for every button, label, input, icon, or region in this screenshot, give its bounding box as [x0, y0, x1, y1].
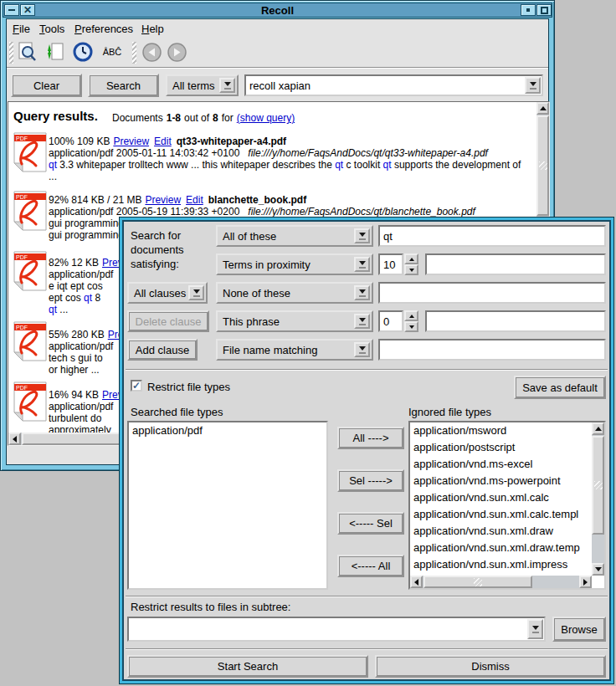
chevron-down-icon[interactable]	[354, 257, 370, 272]
spin-up-button[interactable]	[404, 253, 418, 264]
clear-button[interactable]: Clear	[11, 74, 82, 97]
arrow-left-icon	[414, 579, 418, 586]
proximity-slack-input[interactable]	[378, 253, 403, 275]
phrase-slack-input[interactable]	[378, 310, 403, 332]
chevron-down-icon[interactable]	[354, 228, 370, 243]
toolbar-handle[interactable]	[9, 42, 13, 64]
clause-value-input-5[interactable]	[378, 339, 606, 361]
chevron-down-icon[interactable]	[354, 285, 370, 300]
list-item[interactable]: application/vnd.sun.xml.impress	[410, 556, 592, 573]
dismiss-button[interactable]: Dismiss	[375, 655, 606, 678]
chevron-down-icon[interactable]	[354, 314, 370, 329]
move-selected-right-button[interactable]: Sel ----->	[337, 469, 404, 492]
ignored-vertical-scrollbar[interactable]	[592, 422, 604, 576]
ignored-file-types-label: Ignored file types	[408, 406, 491, 418]
arrow-up-icon	[409, 315, 414, 318]
result-snippet: gui programming	[49, 229, 124, 241]
clause-value-input-1[interactable]	[378, 225, 606, 247]
spin-down-button[interactable]	[404, 264, 418, 275]
menu-preferences[interactable]: Preferences	[74, 23, 133, 35]
start-search-button[interactable]: Start Search	[127, 655, 368, 678]
move-all-left-button[interactable]: <----- All	[337, 555, 404, 577]
list-item[interactable]: application/postscript	[410, 439, 592, 456]
search-button[interactable]: Search	[88, 74, 159, 97]
titlebar[interactable]: ✕ Recoll	[3, 3, 552, 18]
sort-parameters-button[interactable]	[43, 40, 66, 64]
move-all-right-button[interactable]: All ---->	[337, 427, 404, 449]
maximize-button[interactable]	[536, 4, 552, 16]
svg-text:PDF: PDF	[16, 136, 28, 141]
edit-link[interactable]: Edit	[186, 194, 203, 206]
separator	[126, 648, 608, 650]
clause-type-combo-4[interactable]: This phrase	[216, 310, 373, 332]
list-item[interactable]: application/vnd.sun.xml.calc	[410, 489, 592, 506]
back-button[interactable]	[140, 40, 163, 64]
delete-clause-button[interactable]: Delete clause	[127, 310, 209, 332]
chevron-down-icon[interactable]	[354, 342, 370, 357]
advanced-search-button[interactable]	[16, 40, 39, 64]
searched-file-types-list[interactable]: application/pdf	[127, 421, 328, 590]
list-item[interactable]: application/vnd.sun.xml.draw	[410, 523, 592, 540]
search-mode-combo[interactable]: All terms	[166, 74, 239, 96]
arrow-up-icon	[540, 106, 547, 110]
clause-type-combo-1[interactable]: All of these	[216, 225, 373, 247]
clause-value-input-4[interactable]	[425, 310, 606, 332]
results-summary: Documents1-8out of8for(show query)	[112, 112, 300, 124]
menu-file[interactable]: File	[13, 23, 30, 35]
clause-type-combo-5[interactable]: File name matching	[216, 339, 373, 361]
query-input[interactable]	[244, 74, 543, 96]
list-item[interactable]: application/vnd.sun.xml.calc.templ	[410, 506, 592, 523]
list-item[interactable]: application/vnd.ms-excel	[410, 456, 592, 473]
toolbar-divider	[7, 67, 548, 69]
clause-value-input-2[interactable]	[425, 253, 606, 275]
edit-link[interactable]: Edit	[154, 136, 172, 147]
scroll-down-button[interactable]	[592, 563, 604, 576]
scroll-left-button[interactable]	[410, 576, 423, 588]
chevron-down-icon[interactable]	[219, 78, 235, 93]
scroll-left-button[interactable]	[8, 433, 21, 445]
ignored-file-types-list[interactable]: application/mswordapplication/postscript…	[408, 421, 606, 590]
ignored-horizontal-scrollbar[interactable]	[410, 576, 592, 588]
toolbar-handle-2[interactable]	[132, 42, 136, 64]
chevron-down-icon[interactable]	[188, 285, 204, 300]
close-button[interactable]: ✕	[20, 4, 35, 16]
term-explorer-button[interactable]: ÂBĈ	[98, 40, 126, 64]
history-button[interactable]	[71, 40, 95, 64]
scroll-up-button[interactable]	[592, 422, 604, 435]
menu-help[interactable]: Help	[141, 23, 164, 35]
list-item[interactable]: application/msword	[410, 422, 592, 439]
move-selected-left-button[interactable]: <----- Sel	[337, 512, 404, 535]
clause-type-combo-2[interactable]: Terms in proximity	[216, 253, 373, 275]
spin-down-button[interactable]	[404, 321, 418, 332]
spin-buttons	[404, 310, 418, 332]
preview-link[interactable]: Preview	[113, 136, 149, 147]
query-results-title: Query results.	[13, 109, 98, 123]
clause-type-combo-3[interactable]: None of these	[216, 282, 373, 304]
menu-tools[interactable]: Tools	[39, 23, 64, 35]
add-clause-button[interactable]: Add clause	[127, 339, 198, 361]
list-item[interactable]: application/vnd.sun.xml.draw.temp	[410, 540, 592, 556]
show-query-link[interactable]: (show query)	[237, 112, 295, 124]
subtree-input[interactable]	[127, 617, 546, 642]
minimize-button[interactable]	[4, 4, 19, 16]
clause-value-input-3[interactable]	[378, 282, 606, 304]
arrow-right-icon	[583, 579, 588, 586]
scroll-up-button[interactable]	[536, 102, 549, 115]
list-item[interactable]: application/pdf	[129, 422, 326, 439]
chevron-down-icon[interactable]	[527, 619, 543, 639]
browse-button[interactable]: Browse	[552, 617, 606, 642]
scrollbar-thumb[interactable]	[424, 576, 532, 588]
restrict-file-types-checkbox[interactable]: ✓	[131, 380, 142, 392]
save-as-default-button[interactable]: Save as default	[514, 376, 606, 399]
spin-up-button[interactable]	[404, 310, 418, 321]
restore-button[interactable]	[521, 4, 536, 16]
scrollbar-thumb[interactable]	[536, 115, 549, 216]
scrollbar-thumb[interactable]	[592, 436, 604, 535]
forward-button[interactable]	[165, 40, 188, 64]
scroll-right-button[interactable]	[579, 576, 592, 588]
list-item[interactable]: application/vnd.ms-powerpoint	[410, 473, 592, 489]
arrow-down-icon	[409, 325, 414, 329]
conjunction-combo[interactable]: All clauses	[127, 282, 208, 304]
preview-link[interactable]: Preview	[145, 194, 181, 206]
query-chevron-down-icon[interactable]	[525, 77, 541, 94]
